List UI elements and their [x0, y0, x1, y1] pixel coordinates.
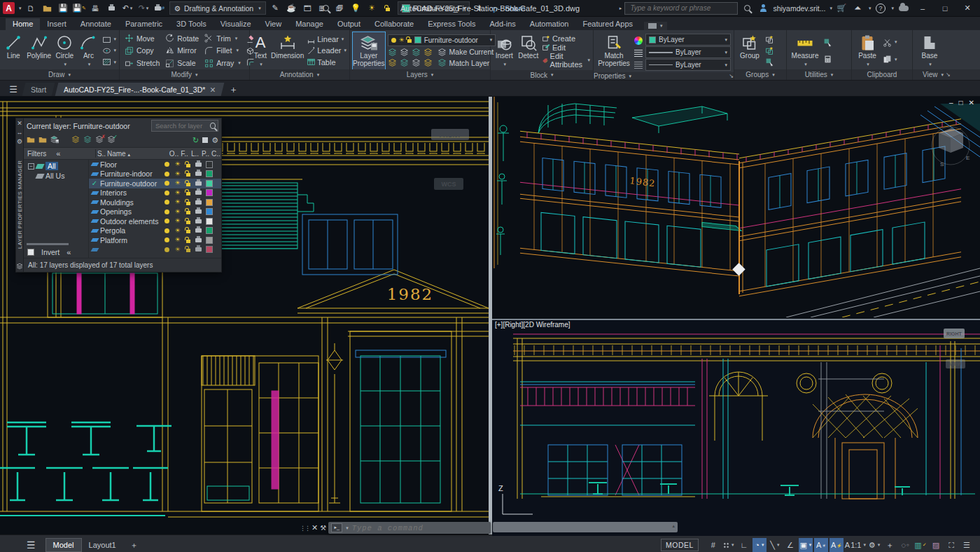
model-space-toggle[interactable]: MODEL — [661, 539, 699, 551]
tab-3d-tools[interactable]: 3D Tools — [169, 18, 214, 30]
vp-close-icon[interactable]: ✕ — [969, 99, 974, 106]
undo-icon[interactable]: ↶▾ — [121, 2, 134, 15]
layer-on-sun-icon[interactable]: ☀ — [365, 2, 379, 15]
arc-button[interactable]: Arc▾ — [78, 32, 99, 69]
new-group-filter-icon[interactable] — [38, 135, 47, 145]
save-icon[interactable]: 💾 — [57, 2, 70, 15]
layer-states-manager-icon[interactable] — [50, 135, 59, 145]
move-button[interactable]: Move — [122, 32, 162, 45]
table-button[interactable]: Table — [307, 57, 346, 67]
floating-window-icon[interactable]: 🗔 — [301, 2, 314, 15]
hatch-button[interactable]: ▾ — [102, 57, 117, 67]
model-tab[interactable]: Model — [46, 538, 82, 552]
tab-output[interactable]: Output — [330, 18, 368, 30]
user-caret-icon[interactable]: ▾ — [830, 6, 832, 11]
linetype-dropdown[interactable]: ByLayer▾ — [645, 59, 731, 71]
new-filter-icon[interactable] — [27, 135, 35, 145]
linetype-icon[interactable] — [634, 62, 643, 69]
vp-restore-icon[interactable]: □ — [959, 99, 963, 106]
workspace-selector[interactable]: ⚙ Drafting & Annotation ▾ — [169, 1, 266, 15]
ellipse-button[interactable]: ▾ — [102, 46, 117, 55]
layer-dropdown[interactable]: ☀ Furniture-outdoor ▾ — [388, 34, 496, 46]
palette-properties-icon[interactable]: ⚙ — [17, 138, 22, 146]
crosshair-plus-icon[interactable]: ＋ — [883, 538, 897, 552]
tab-visualize[interactable]: Visualize — [214, 18, 258, 30]
col-freeze[interactable]: F.. — [179, 150, 190, 158]
fillet-button[interactable]: Fillet▾ — [202, 45, 243, 57]
layer-row-interiors[interactable]: Interiors☀ — [89, 188, 221, 198]
delete-layer-icon[interactable]: ✗ — [95, 135, 104, 145]
collapse-filters-icon[interactable]: « — [56, 149, 60, 158]
new-drawing-icon[interactable]: ＋ — [227, 83, 241, 96]
polar-tracking-icon[interactable]: ◔▾ — [752, 538, 766, 552]
match-layer-button[interactable]: Match Layer — [435, 58, 492, 67]
annotation-autoscale-icon[interactable]: A⚡ — [830, 538, 844, 552]
open-folder-icon[interactable] — [41, 2, 54, 15]
close-button[interactable]: ✕ — [958, 0, 977, 16]
graphics-performance-icon[interactable]: ▨ — [929, 538, 943, 552]
viewport-3d-iso[interactable]: 1982 S E – □ ✕ — [492, 97, 980, 317]
doc-search-icon[interactable]: 🗏 — [317, 2, 330, 15]
mirror-button[interactable]: Mirror — [163, 45, 201, 57]
group-select-button[interactable] — [765, 57, 774, 67]
col-name[interactable]: Name ▴ — [107, 150, 169, 158]
layer-row-mouldings[interactable]: Mouldings☀ — [89, 198, 221, 207]
line-button[interactable]: Line — [3, 32, 24, 69]
color-dropdown[interactable]: ByLayer▾ — [645, 34, 731, 46]
match-properties-button[interactable]: Match Properties — [596, 32, 631, 72]
command-input-bar[interactable]: ▸_ ▾ — [328, 522, 491, 534]
tab-manage[interactable]: Manage — [288, 18, 330, 30]
command-wrench-icon[interactable]: ⚒ — [320, 524, 326, 532]
palette-layerstate-icon[interactable] — [16, 263, 23, 270]
new-layer-vp-icon[interactable] — [83, 135, 92, 145]
grid-icon[interactable]: # — [706, 538, 720, 552]
layer-row-platform[interactable]: Platform☀ — [89, 235, 221, 245]
detect-button[interactable]: Detect — [518, 32, 540, 70]
panel-label-clipboard[interactable]: Clipboard — [852, 69, 912, 80]
panel-label-draw[interactable]: Draw▾ — [0, 69, 119, 80]
ribbon-display-toggle[interactable]: ▾ — [644, 22, 667, 30]
doc-markup-icon[interactable]: 🗊 — [333, 2, 346, 15]
stretch-button[interactable]: Stretch — [122, 57, 162, 69]
save-as-icon[interactable]: 💾✎ — [73, 2, 86, 15]
command-close-icon[interactable]: ✕ — [312, 523, 318, 532]
layer-row-partial[interactable]: ☀ — [89, 245, 221, 255]
ortho-icon[interactable]: ∟ — [737, 538, 751, 552]
set-current-layer-icon[interactable]: ✓ — [107, 135, 115, 145]
leader-button[interactable]: Leader▾ — [307, 46, 346, 55]
render-icon[interactable]: ☕ — [285, 2, 298, 15]
panel-label-groups[interactable]: Groups▾ — [734, 69, 786, 80]
logo-caret-icon[interactable]: ▾ — [19, 6, 22, 11]
annotation-visibility-icon[interactable]: A☀ — [814, 538, 828, 552]
edit-attributes-button[interactable]: Edit Attributes▾ — [542, 52, 590, 69]
app-store-cart-icon[interactable]: 🛒 — [835, 2, 848, 15]
col-plot[interactable]: P.. — [200, 150, 211, 158]
plot-icon[interactable]: 🖶 — [89, 2, 102, 15]
tab-automation[interactable]: Automation — [523, 18, 576, 30]
array-button[interactable]: Array▾ — [202, 57, 243, 69]
insert-block-button[interactable]: Insert▾ — [493, 32, 515, 70]
close-tab-icon[interactable]: ✕ — [210, 85, 216, 94]
layout1-tab[interactable]: Layout1 — [82, 539, 123, 551]
layer-row-furniture-indoor[interactable]: Furniture-indoor☀ — [89, 170, 221, 179]
print-icon[interactable] — [105, 2, 118, 15]
quick-select-button[interactable] — [823, 38, 832, 47]
polyline-button[interactable]: Polyline — [27, 32, 51, 69]
text-button[interactable]: AText▾ — [253, 32, 268, 69]
tab-add-ins[interactable]: Add-ins — [483, 18, 523, 30]
tab-annotate[interactable]: Annotate — [74, 18, 118, 30]
panel-label-layers[interactable]: Layers▾ — [350, 69, 490, 80]
layer-row-openings[interactable]: Openings☀ — [89, 207, 221, 217]
col-on[interactable]: O.. — [169, 150, 179, 158]
hardware-acceleration-icon[interactable]: ▥✓ — [913, 538, 927, 552]
copy-button[interactable]: Copy — [122, 45, 162, 57]
new-file-icon[interactable]: 🗋 — [24, 2, 38, 15]
help-caret-icon[interactable]: ▾ — [891, 6, 894, 11]
keyword-search-input[interactable] — [629, 4, 734, 13]
search-expand-icon[interactable]: ▸ — [620, 6, 622, 11]
copy-clip-button[interactable]: ▾ — [883, 55, 897, 64]
panel-label-modify[interactable]: Modify▾ — [120, 69, 249, 80]
paste-button[interactable]: Paste▾ — [855, 32, 880, 69]
tab-start[interactable]: Start — [22, 83, 55, 96]
tab-featured-apps[interactable]: Featured Apps — [575, 18, 640, 30]
